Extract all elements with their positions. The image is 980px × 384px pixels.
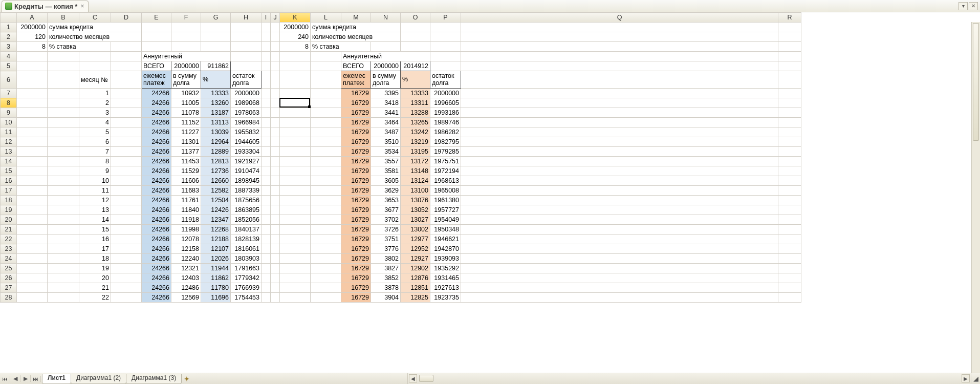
cell-R25[interactable] xyxy=(778,264,801,273)
cell-K21[interactable] xyxy=(280,225,311,234)
cell-O22[interactable]: 12977 xyxy=(401,234,430,244)
sheet-tab-0[interactable]: Лист1 xyxy=(42,374,71,384)
cell-B26[interactable] xyxy=(48,273,79,283)
cell-O11[interactable]: 13242 xyxy=(401,127,430,137)
cell-J13[interactable] xyxy=(271,147,280,157)
cell-A26[interactable] xyxy=(17,273,48,283)
cell-E19[interactable]: 24266 xyxy=(142,205,171,215)
cell-K9[interactable] xyxy=(280,108,311,118)
cell-C17[interactable]: 11 xyxy=(79,186,111,196)
cell-P1[interactable] xyxy=(430,23,461,32)
cell-B27[interactable] xyxy=(48,283,79,293)
cell-G17[interactable]: 12582 xyxy=(201,186,231,196)
cell-C16[interactable]: 10 xyxy=(79,176,111,186)
col-header-M[interactable]: M xyxy=(341,13,371,23)
cell-A27[interactable] xyxy=(17,283,48,293)
cell-F11[interactable]: 11227 xyxy=(171,127,201,137)
cell-A8[interactable] xyxy=(17,98,48,108)
cell-O8[interactable]: 13311 xyxy=(401,98,430,108)
cell-B16[interactable] xyxy=(48,176,79,186)
cell-P3[interactable] xyxy=(430,42,461,52)
cell-E15[interactable]: 24266 xyxy=(142,166,171,176)
sheet-nav-prev-icon[interactable]: ◀ xyxy=(10,375,20,382)
cell-B13[interactable] xyxy=(48,147,79,157)
cell-J10[interactable] xyxy=(271,118,280,127)
sheet-nav-last-icon[interactable]: ⏭ xyxy=(31,376,41,382)
cell-R9[interactable] xyxy=(778,108,801,118)
cell-R3[interactable] xyxy=(778,42,801,52)
cell-L28[interactable] xyxy=(311,293,341,303)
row-header-4[interactable]: 4 xyxy=(1,52,17,61)
cell-M22[interactable]: 16729 xyxy=(341,234,371,244)
cell-F25[interactable]: 12321 xyxy=(171,264,201,273)
cell-B22[interactable] xyxy=(48,234,79,244)
cell-L6[interactable] xyxy=(311,71,341,89)
cell-N7[interactable]: 3395 xyxy=(371,89,401,98)
cell-G27[interactable]: 11780 xyxy=(201,283,231,293)
cell-N19[interactable]: 3677 xyxy=(371,205,401,215)
cell-L3[interactable]: % ставка xyxy=(311,42,371,52)
cell-R24[interactable] xyxy=(778,254,801,264)
sheet-tab-2[interactable]: Диаграмма1 (3) xyxy=(126,374,182,384)
cell-B15[interactable] xyxy=(48,166,79,176)
cell-O5[interactable]: 2014912 xyxy=(401,61,430,71)
cell-H23[interactable]: 1816061 xyxy=(231,244,262,254)
cell-C28[interactable]: 22 xyxy=(79,293,111,303)
cell-N12[interactable]: 3510 xyxy=(371,137,401,147)
add-sheet-button[interactable]: ✦ xyxy=(181,373,192,384)
cell-G3[interactable] xyxy=(201,42,231,52)
col-header-J[interactable]: J xyxy=(271,13,280,23)
cell-K8[interactable] xyxy=(280,98,311,108)
cell-C13[interactable]: 7 xyxy=(79,147,111,157)
cell-K23[interactable] xyxy=(280,244,311,254)
cell-D21[interactable] xyxy=(111,225,142,234)
cell-G6[interactable]: % xyxy=(201,71,231,89)
cell-L23[interactable] xyxy=(311,244,341,254)
cell-L4[interactable] xyxy=(311,52,341,61)
cell-M9[interactable]: 16729 xyxy=(341,108,371,118)
cell-M23[interactable]: 16729 xyxy=(341,244,371,254)
cell-D5[interactable] xyxy=(111,61,142,71)
cell-O26[interactable]: 12876 xyxy=(401,273,430,283)
cell-E6[interactable]: ежемесплатеж xyxy=(142,71,171,89)
cell-R6[interactable] xyxy=(778,71,801,89)
cell-H2[interactable] xyxy=(231,32,262,42)
cell-Q7[interactable] xyxy=(461,89,778,98)
cell-F13[interactable]: 11377 xyxy=(171,147,201,157)
col-header-K[interactable]: K xyxy=(280,13,311,23)
cell-P11[interactable]: 1986282 xyxy=(430,127,461,137)
cell-P12[interactable]: 1982795 xyxy=(430,137,461,147)
cell-E23[interactable]: 24266 xyxy=(142,244,171,254)
cell-K27[interactable] xyxy=(280,283,311,293)
cell-J3[interactable] xyxy=(271,42,280,52)
cell-R18[interactable] xyxy=(778,196,801,205)
cell-N27[interactable]: 3878 xyxy=(371,283,401,293)
col-header-O[interactable]: O xyxy=(401,13,430,23)
cell-M26[interactable]: 16729 xyxy=(341,273,371,283)
cell-P5[interactable] xyxy=(430,61,461,71)
cell-H9[interactable]: 1978063 xyxy=(231,108,262,118)
cell-D14[interactable] xyxy=(111,157,142,166)
cell-P17[interactable]: 1965008 xyxy=(430,186,461,196)
cell-D27[interactable] xyxy=(111,283,142,293)
cell-J28[interactable] xyxy=(271,293,280,303)
cell-M6[interactable]: ежемесплатеж xyxy=(341,71,371,89)
cell-A5[interactable] xyxy=(17,61,48,71)
cell-E2[interactable] xyxy=(142,32,171,42)
cell-O28[interactable]: 12825 xyxy=(401,293,430,303)
cell-J5[interactable] xyxy=(271,61,280,71)
cell-K6[interactable] xyxy=(280,71,311,89)
cell-L24[interactable] xyxy=(311,254,341,264)
cell-H18[interactable]: 1875656 xyxy=(231,196,262,205)
cell-F3[interactable] xyxy=(171,42,201,52)
hscroll-right-icon[interactable]: ▶ xyxy=(962,374,970,382)
cell-Q4[interactable] xyxy=(461,52,778,61)
cell-I14[interactable] xyxy=(262,157,271,166)
cell-D3[interactable] xyxy=(111,42,142,52)
cell-O15[interactable]: 13148 xyxy=(401,166,430,176)
cell-L9[interactable] xyxy=(311,108,341,118)
cell-J14[interactable] xyxy=(271,157,280,166)
cell-R27[interactable] xyxy=(778,283,801,293)
cell-C21[interactable]: 15 xyxy=(79,225,111,234)
row-header-3[interactable]: 3 xyxy=(1,42,17,52)
